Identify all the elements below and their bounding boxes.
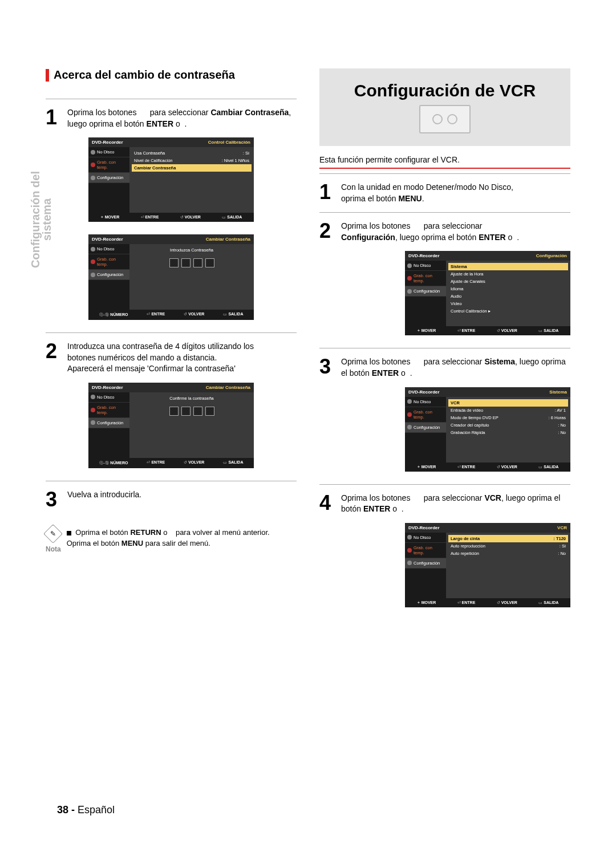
bullet-icon bbox=[67, 531, 71, 535]
password-digit-box bbox=[181, 407, 191, 416]
manual-page: Acerca del cambio de contraseña 1 Oprima… bbox=[0, 0, 616, 654]
password-digit-box bbox=[181, 258, 191, 267]
gear-icon bbox=[91, 273, 95, 277]
gear-icon bbox=[91, 420, 95, 425]
right-big-title: Configuración de VCR bbox=[325, 81, 565, 100]
left-heading: Acerca del cambio de contraseña bbox=[54, 68, 235, 82]
vhs-cassette-icon bbox=[419, 105, 471, 133]
osd-screenshot-1: DVD-Recorder Control Calibración No Disc… bbox=[88, 137, 254, 222]
gear-icon bbox=[407, 289, 412, 294]
gear-icon bbox=[407, 425, 412, 429]
disc-icon bbox=[91, 150, 95, 155]
password-boxes bbox=[132, 254, 252, 272]
password-digit-box bbox=[193, 258, 202, 267]
rec-icon bbox=[407, 548, 412, 553]
osd-footer: ✦ MOVER ⏎ ENTRE ↺ VOLVER ▭ SALIDA bbox=[88, 213, 254, 222]
step-number: 1 bbox=[46, 107, 62, 128]
gear-icon bbox=[407, 561, 412, 565]
password-digit-box bbox=[193, 407, 202, 416]
divider bbox=[46, 99, 297, 99]
rec-icon bbox=[91, 163, 95, 167]
right-step-4: 4 Oprima los botones para seleccionar VC… bbox=[319, 493, 570, 515]
osd-screenshot-4: DVD-Recorder Configuración No Disco Grab… bbox=[405, 251, 570, 335]
left-step-1: 1 Oprima los botones para seleccionar Ca… bbox=[46, 107, 297, 129]
note-text: Oprima el botón RETURN o para volver al … bbox=[67, 527, 297, 549]
reel-icon bbox=[447, 114, 457, 124]
osd-screenshot-6: DVD-Recorder VCR No Disco Grab. con temp… bbox=[405, 523, 570, 607]
right-step-1: 1 Con la unidad en modo Detener/modo No … bbox=[319, 182, 570, 204]
right-column: Configuración de VCR Esta función permit… bbox=[319, 68, 570, 620]
divider bbox=[319, 173, 570, 174]
password-digit-box bbox=[169, 258, 179, 267]
disc-icon bbox=[407, 535, 412, 539]
left-heading-row: Acerca del cambio de contraseña bbox=[46, 68, 297, 82]
rec-icon bbox=[91, 408, 95, 412]
right-step-2: 2 Oprima los botones para seleccionar Co… bbox=[319, 221, 570, 243]
password-digit-box bbox=[169, 407, 179, 416]
osd-title: DVD-Recorder bbox=[92, 140, 123, 145]
disc-icon bbox=[407, 399, 412, 404]
osd-main: Usa Contraseña: Sí Nivel de Calificación… bbox=[129, 147, 254, 213]
right-step-3: 3 Oprima los botones para seleccionar Si… bbox=[319, 356, 570, 379]
gear-icon bbox=[91, 176, 95, 180]
divider bbox=[319, 484, 570, 485]
right-intro: Esta función permite configurar el VCR. bbox=[319, 155, 570, 164]
divider bbox=[319, 212, 570, 213]
red-divider bbox=[319, 168, 570, 169]
rec-icon bbox=[407, 412, 412, 417]
rec-icon bbox=[91, 259, 95, 264]
osd-sidebar: No Disco Grab. con temp. Configuración bbox=[88, 147, 129, 213]
left-step-2: 2 Introduzca una contraseña de 4 dígitos… bbox=[46, 341, 297, 375]
right-title-box: Configuración de VCR bbox=[319, 68, 570, 146]
disc-icon bbox=[407, 263, 412, 268]
password-digit-box bbox=[205, 407, 214, 416]
red-bar-icon bbox=[46, 69, 49, 82]
step-text: Oprima los botones para seleccionar Camb… bbox=[67, 107, 297, 129]
divider bbox=[46, 481, 297, 481]
divider bbox=[46, 332, 297, 333]
left-step-3: 3 Vuelva a introducirla. bbox=[46, 489, 297, 510]
disc-icon bbox=[91, 247, 95, 251]
osd-screenshot-5: DVD-Recorder Sistema No Disco Grab. con … bbox=[405, 387, 570, 472]
rec-icon bbox=[407, 276, 412, 281]
osd-screenshot-3: DVD-Recorder Cambiar Contraseña No Disco… bbox=[88, 383, 254, 468]
page-footer: 38 - Español bbox=[57, 804, 115, 816]
note-icon: ✎ bbox=[43, 524, 63, 543]
osd-crumb: Control Calibración bbox=[208, 140, 250, 145]
reel-icon bbox=[432, 114, 443, 124]
section-tab-vertical: Configuración del sistema bbox=[30, 171, 52, 268]
disc-icon bbox=[91, 395, 95, 399]
osd-screenshot-2: DVD-Recorder Cambiar Contraseña No Disco… bbox=[88, 234, 254, 320]
note-block: ✎ Nota Oprima el botón RETURN o para vol… bbox=[46, 527, 297, 553]
divider bbox=[319, 348, 570, 348]
password-digit-box bbox=[205, 258, 214, 267]
left-column: Acerca del cambio de contraseña 1 Oprima… bbox=[46, 68, 297, 620]
